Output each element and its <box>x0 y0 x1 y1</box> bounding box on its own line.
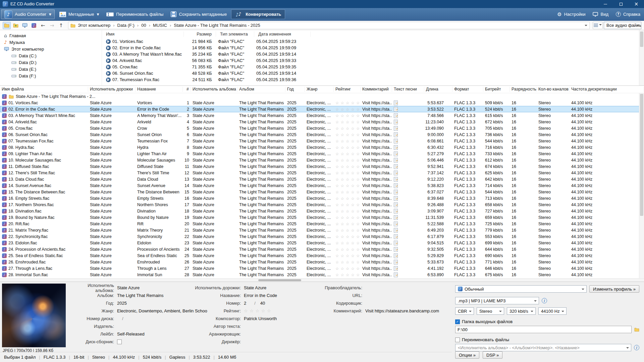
file-row[interactable]: 03. A Memory That Wasn't Mine.flac 35 23… <box>102 51 644 57</box>
label-field[interactable]: Self-Released <box>117 331 145 337</box>
file-row[interactable]: 04. Arkveld.flac 56 083 КБ Файл "FLAC" 0… <box>102 57 644 64</box>
album-artist-field[interactable]: State Azure <box>117 285 140 290</box>
col-name[interactable]: Имя <box>102 32 184 37</box>
rating-stars[interactable]: ☆ ☆ ☆ ☆ ☆ <box>334 234 361 239</box>
output-folder-checkbox[interactable]: ✓ <box>455 319 460 324</box>
col-album-artist[interactable]: Исполнитель альбома <box>191 87 237 92</box>
rating-stars[interactable]: ☆ ☆ ☆ ☆ ☆ <box>334 145 361 150</box>
file-row[interactable]: 02. Error in the Code.flac 14 956 КБ Фай… <box>102 45 644 51</box>
table-row[interactable]: ♪25. Sea of Endless Static.flac State Az… <box>0 252 644 259</box>
rating-stars[interactable]: ☆ ☆ ☆ ☆ ☆ <box>334 164 361 169</box>
sidebar-item-this-computer[interactable]: Этот компьютер <box>0 46 102 52</box>
col-number[interactable]: # <box>183 87 191 92</box>
cell-lyrics[interactable] <box>392 107 424 112</box>
col-genre[interactable]: Жанр <box>305 87 334 92</box>
cell-lyrics[interactable] <box>392 177 424 182</box>
help-button[interactable]: ? Справка <box>612 8 644 20</box>
rating-stars[interactable]: ☆ ☆ ☆ ☆ ☆ <box>334 241 361 245</box>
rating-stars[interactable]: ☆ ☆ ☆ ☆ ☆ <box>334 101 361 105</box>
col-track-artist[interactable]: Исполнитель дорожки <box>88 87 136 92</box>
cell-lyrics[interactable] <box>392 101 424 105</box>
info-icon[interactable]: i <box>542 298 547 303</box>
track-number-field[interactable]: 2 <box>244 301 246 306</box>
edit-profile-button[interactable]: Изменить профиль » <box>589 285 639 293</box>
rating-stars[interactable]: ☆ ☆ ☆ ☆ ☆ <box>334 177 361 182</box>
col-type[interactable]: Тип элемента <box>216 32 254 37</box>
cell-lyrics[interactable] <box>392 253 424 258</box>
breadcrumb-item[interactable]: Data (F:) <box>110 23 135 28</box>
table-row[interactable]: ♪01. Vortices.flac State Azure Vortices … <box>0 100 644 106</box>
col-date[interactable]: Дата изменения <box>254 32 311 37</box>
breadcrumb[interactable]: Этот компьютерData (F:)00MUSICState Azur… <box>68 22 590 29</box>
rating-stars[interactable]: ☆ ☆ ☆ ☆ ☆ <box>334 107 361 112</box>
cell-lyrics[interactable] <box>392 266 424 271</box>
sidebar-item-drive-e[interactable]: Data (E:) <box>0 66 102 72</box>
col-comment[interactable]: Комментарий <box>361 87 392 92</box>
rating-stars[interactable]: ☆ ☆ ☆ ☆ ☆ <box>334 247 361 252</box>
cell-lyrics[interactable] <box>392 215 424 220</box>
rating-stars[interactable]: ☆ ☆ ☆ ☆ ☆ <box>334 196 361 201</box>
dsp-button[interactable]: DSP » <box>483 351 502 359</box>
rating-stars[interactable]: ☆ ☆ ☆ ☆ ☆ <box>334 152 361 156</box>
col-length[interactable]: Длина <box>424 87 452 92</box>
back-button[interactable]: ← <box>39 22 47 29</box>
col-bitrate[interactable]: Битрейт <box>483 87 510 92</box>
table-row[interactable]: ♪22. Synchronicity.flac State Azure Sync… <box>0 233 644 240</box>
audio-file-view-button[interactable]: ♪ <box>30 22 38 29</box>
table-row[interactable]: ♪16. Empty Streets.flac State Azure Empt… <box>0 195 644 201</box>
view-mode-button[interactable] <box>593 22 603 29</box>
metadata-button[interactable]: Метаданные ▼ <box>56 8 103 20</box>
rating-stars[interactable]: ☆ ☆ ☆ ☆ ☆ <box>334 132 361 137</box>
rating-stars[interactable]: ☆ ☆ ☆ ☆ ☆ <box>244 308 271 313</box>
album-group-row[interactable]: ♪ State Azure - The Light That Remains -… <box>0 93 644 100</box>
minimize-button[interactable] <box>598 0 613 8</box>
col-lyrics[interactable]: Текст песни <box>392 87 424 92</box>
table-row[interactable]: ♪20. Rift.flac State Azure Rift 20 State… <box>0 221 644 227</box>
cell-lyrics[interactable] <box>392 196 424 201</box>
track-total-field[interactable]: 40 <box>260 301 265 306</box>
explorer-vscrollbar[interactable] <box>639 30 644 85</box>
format-select[interactable]: .mp3 | MP3 | LAME MP3 <box>455 297 539 304</box>
view-button[interactable]: Вид <box>589 8 612 20</box>
table-row[interactable]: ♪14. Sunset Avenue.flac State Azure Suns… <box>0 182 644 189</box>
maximize-button[interactable] <box>613 0 629 8</box>
breadcrumb-item[interactable]: 00 <box>135 23 146 28</box>
breadcrumb-item[interactable]: MUSIC <box>146 23 167 28</box>
table-row[interactable]: ♪04. Arkveld.flac State Azure Arkveld 4 … <box>0 119 644 125</box>
pattern-info-icon[interactable]: i <box>634 345 639 350</box>
table-row[interactable]: ♪05. Crow.flac State Azure Crow 5 State … <box>0 125 644 131</box>
col-size[interactable]: Размер <box>184 32 216 37</box>
table-row[interactable]: ♪15. The Distance Between.flac State Azu… <box>0 189 644 195</box>
file-row[interactable]: 07. Teumessian Fox.flac 24 511 КБ Файл "… <box>102 76 644 83</box>
scrollbar-thumb[interactable] <box>640 32 643 47</box>
scrollbar-thumb[interactable] <box>640 94 643 216</box>
cell-lyrics[interactable] <box>392 120 424 124</box>
up-button[interactable]: ↑ <box>57 22 65 29</box>
audio-converter-menu-button[interactable]: ♪ Audio Converter ▼ <box>1 9 55 19</box>
output-folder-input[interactable] <box>455 326 632 333</box>
cell-lyrics[interactable] <box>392 132 424 137</box>
table-row[interactable]: ♪28. Immortal Sun.flac State Azure Immor… <box>0 272 644 278</box>
rating-stars[interactable]: ☆ ☆ ☆ ☆ ☆ <box>334 183 361 188</box>
col-album[interactable]: Альбом <box>237 87 285 92</box>
breadcrumb-item[interactable]: Этот компьютер <box>78 23 110 28</box>
rating-stars[interactable]: ☆ ☆ ☆ ☆ ☆ <box>334 113 361 118</box>
cell-lyrics[interactable] <box>392 222 424 226</box>
rating-stars[interactable]: ☆ ☆ ☆ ☆ ☆ <box>334 120 361 124</box>
cell-lyrics[interactable] <box>392 139 424 143</box>
cell-lyrics[interactable] <box>392 260 424 264</box>
rename-files-button[interactable]: Переименовать файлы <box>103 8 167 20</box>
composer-field[interactable]: Patrick Unsworth <box>244 316 277 321</box>
table-row[interactable]: ♪27. Through a Lens.flac State Azure Thr… <box>0 265 644 272</box>
table-row[interactable]: ♪26. Enshrouded.flac State Azure Enshrou… <box>0 259 644 265</box>
table-row[interactable]: ♪24. Procession of Ancients.flac State A… <box>0 246 644 252</box>
cell-lyrics[interactable] <box>392 152 424 156</box>
disc-number-field[interactable]: / <box>122 316 123 321</box>
table-vscrollbar[interactable] <box>639 93 644 278</box>
browser-pane-button[interactable] <box>3 22 11 29</box>
rating-stars[interactable]: ☆ ☆ ☆ ☆ ☆ <box>334 158 361 163</box>
table-row[interactable]: ♪11. Diffused State.flac State Azure Dif… <box>0 163 644 170</box>
rating-stars[interactable]: ☆ ☆ ☆ ☆ ☆ <box>334 209 361 214</box>
address-dropdown-icon[interactable] <box>585 25 587 27</box>
col-samplerate[interactable]: Частота дискретизации <box>570 87 644 92</box>
